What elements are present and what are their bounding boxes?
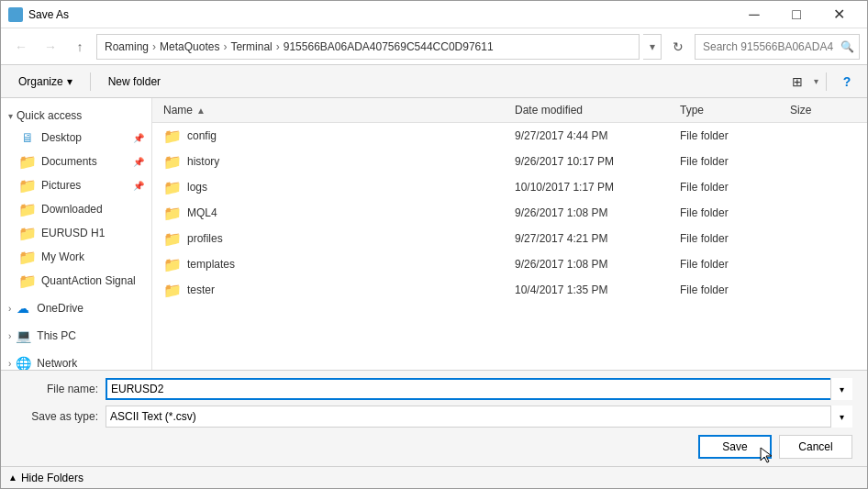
filename-dropdown-arrow[interactable]: ▾ bbox=[830, 378, 852, 400]
search-input[interactable] bbox=[695, 34, 860, 60]
savetype-dropdown-arrow[interactable]: ▾ bbox=[830, 406, 852, 428]
column-type[interactable]: Type bbox=[676, 100, 786, 120]
file-type-cell: File folder bbox=[676, 232, 786, 245]
sidebar-label-eurusd: EURUSD H1 bbox=[41, 227, 105, 239]
file-date-cell: 9/27/2017 4:44 PM bbox=[511, 129, 676, 142]
sidebar-section-network: › 🌐 Network bbox=[1, 351, 151, 370]
folder-icon: 📁 bbox=[163, 205, 182, 222]
help-icon: ? bbox=[843, 74, 851, 89]
file-list: Name ▲ Date modified Type Size 📁 config bbox=[152, 98, 867, 370]
this-pc-icon: 💻 bbox=[15, 328, 31, 344]
sidebar-label-desktop: Desktop bbox=[41, 131, 82, 144]
hide-folders-bar[interactable]: ▲ Hide Folders bbox=[1, 466, 867, 488]
table-row[interactable]: 📁 config 9/27/2017 4:44 PM File folder bbox=[152, 123, 867, 149]
breadcrumb-metaquotes[interactable]: MetaQuotes bbox=[160, 40, 219, 53]
search-wrapper: 🔍 bbox=[695, 34, 860, 60]
refresh-button[interactable]: ↻ bbox=[665, 34, 691, 60]
file-name: MQL4 bbox=[187, 206, 217, 219]
maximize-button[interactable]: □ bbox=[775, 1, 818, 28]
sidebar-item-my-work[interactable]: 📁 My Work bbox=[1, 245, 151, 269]
sidebar-header-onedrive[interactable]: › ☁ OneDrive bbox=[1, 296, 151, 320]
table-row[interactable]: 📁 history 9/26/2017 10:17 PM File folder bbox=[152, 149, 867, 174]
organize-button[interactable]: Organize ▾ bbox=[8, 70, 83, 94]
table-row[interactable]: 📁 templates 9/26/2017 1:08 PM File folde… bbox=[152, 251, 867, 277]
table-row[interactable]: 📁 logs 10/10/2017 1:17 PM File folder bbox=[152, 174, 867, 200]
forward-button[interactable]: → bbox=[38, 34, 63, 60]
sidebar-section-quick-access: ▾ Quick access 🖥 Desktop 📌 📁 Documents 📌… bbox=[1, 106, 151, 293]
sidebar-label-documents: Documents bbox=[41, 155, 97, 168]
file-date-cell: 10/4/2017 1:35 PM bbox=[511, 283, 676, 296]
filename-input[interactable] bbox=[106, 378, 852, 400]
collapse-icon-this-pc: › bbox=[8, 331, 11, 341]
column-date-label: Date modified bbox=[515, 104, 583, 117]
column-size[interactable]: Size bbox=[786, 100, 860, 120]
sidebar-item-desktop[interactable]: 🖥 Desktop 📌 bbox=[1, 126, 151, 150]
column-date[interactable]: Date modified bbox=[511, 100, 676, 120]
column-name[interactable]: Name ▲ bbox=[160, 100, 511, 120]
breadcrumb-roaming[interactable]: Roaming bbox=[105, 40, 149, 53]
sort-icon: ▲ bbox=[196, 106, 206, 116]
breadcrumb-dropdown[interactable]: ▾ bbox=[643, 34, 662, 60]
bottom-bar: File name: ▾ Save as type: ASCII Text (*… bbox=[1, 370, 867, 466]
file-name: tester bbox=[187, 283, 215, 296]
sidebar-header-network[interactable]: › 🌐 Network bbox=[1, 351, 151, 370]
file-date-cell: 10/10/2017 1:17 PM bbox=[511, 181, 676, 194]
desktop-icon: 🖥 bbox=[19, 129, 36, 146]
view-dropdown-arrow[interactable]: ▾ bbox=[814, 76, 818, 86]
file-rows-container: 📁 config 9/27/2017 4:44 PM File folder 📁… bbox=[152, 123, 867, 303]
table-row[interactable]: 📁 profiles 9/27/2017 4:21 PM File folder bbox=[152, 226, 867, 251]
sidebar-item-quantaction[interactable]: 📁 QuantAction Signal bbox=[1, 269, 151, 293]
save-button[interactable]: Save bbox=[698, 435, 772, 459]
file-name: history bbox=[187, 155, 219, 168]
view-button[interactable]: ⊞ bbox=[785, 70, 810, 94]
breadcrumb-sep-3: › bbox=[276, 40, 280, 53]
desktop-pin: 📌 bbox=[133, 133, 144, 143]
sidebar-item-eurusd[interactable]: 📁 EURUSD H1 bbox=[1, 221, 151, 245]
file-date-cell: 9/27/2017 4:21 PM bbox=[511, 232, 676, 245]
sidebar-item-pictures[interactable]: 📁 Pictures 📌 bbox=[1, 173, 151, 197]
sidebar-section-this-pc: › 💻 This PC bbox=[1, 324, 151, 348]
file-name: profiles bbox=[187, 232, 223, 245]
file-type-cell: File folder bbox=[676, 206, 786, 219]
breadcrumb-guid[interactable]: 915566BA06ADA407569C544CC0D97611 bbox=[284, 40, 494, 53]
sidebar-label-onedrive: OneDrive bbox=[37, 302, 83, 315]
help-button[interactable]: ? bbox=[834, 69, 860, 94]
filename-row: File name: ▾ bbox=[16, 378, 852, 400]
table-row[interactable]: 📁 MQL4 9/26/2017 1:08 PM File folder bbox=[152, 200, 867, 226]
documents-icon: 📁 bbox=[19, 153, 36, 170]
collapse-icon-network: › bbox=[8, 359, 11, 369]
save-as-dialog: Save As ─ □ ✕ ← → ↑ Roaming › MetaQuotes… bbox=[0, 0, 868, 489]
sidebar-item-downloaded[interactable]: 📁 Downloaded bbox=[1, 197, 151, 221]
file-type-cell: File folder bbox=[676, 258, 786, 271]
sidebar-header-this-pc[interactable]: › 💻 This PC bbox=[1, 324, 151, 348]
file-type-cell: File folder bbox=[676, 129, 786, 142]
organize-label: Organize bbox=[18, 75, 63, 88]
savetype-select[interactable]: ASCII Text (*.csv) bbox=[106, 406, 852, 428]
breadcrumb-terminal[interactable]: Terminal bbox=[230, 40, 272, 53]
breadcrumb-sep-1: › bbox=[152, 40, 156, 53]
file-name-cell: 📁 templates bbox=[160, 256, 511, 273]
toolbar-separator-2 bbox=[826, 72, 827, 91]
sidebar-item-documents[interactable]: 📁 Documents 📌 bbox=[1, 150, 151, 173]
title-bar: Save As ─ □ ✕ bbox=[1, 1, 867, 28]
cancel-button[interactable]: Cancel bbox=[779, 435, 852, 459]
pictures-pin: 📌 bbox=[133, 181, 144, 191]
form-buttons: Save Cancel bbox=[16, 435, 852, 459]
breadcrumb[interactable]: Roaming › MetaQuotes › Terminal › 915566… bbox=[96, 34, 640, 60]
address-bar: ← → ↑ Roaming › MetaQuotes › Terminal › … bbox=[1, 28, 867, 65]
sidebar-label-network: Network bbox=[37, 357, 77, 370]
back-button[interactable]: ← bbox=[8, 34, 34, 60]
savetype-row: Save as type: ASCII Text (*.csv) ▾ bbox=[16, 406, 852, 428]
documents-pin: 📌 bbox=[133, 157, 144, 167]
sidebar-label-quick-access: Quick access bbox=[17, 109, 82, 122]
minimize-button[interactable]: ─ bbox=[733, 1, 775, 28]
hide-folders-label: Hide Folders bbox=[21, 472, 83, 484]
sidebar-label-this-pc: This PC bbox=[37, 329, 76, 342]
cursor-icon bbox=[759, 446, 777, 464]
collapse-icon-quick-access: ▾ bbox=[8, 111, 13, 121]
close-button[interactable]: ✕ bbox=[818, 1, 860, 28]
up-button[interactable]: ↑ bbox=[67, 34, 93, 60]
sidebar-header-quick-access[interactable]: ▾ Quick access bbox=[1, 106, 151, 126]
new-folder-button[interactable]: New folder bbox=[98, 70, 171, 94]
table-row[interactable]: 📁 tester 10/4/2017 1:35 PM File folder bbox=[152, 277, 867, 303]
